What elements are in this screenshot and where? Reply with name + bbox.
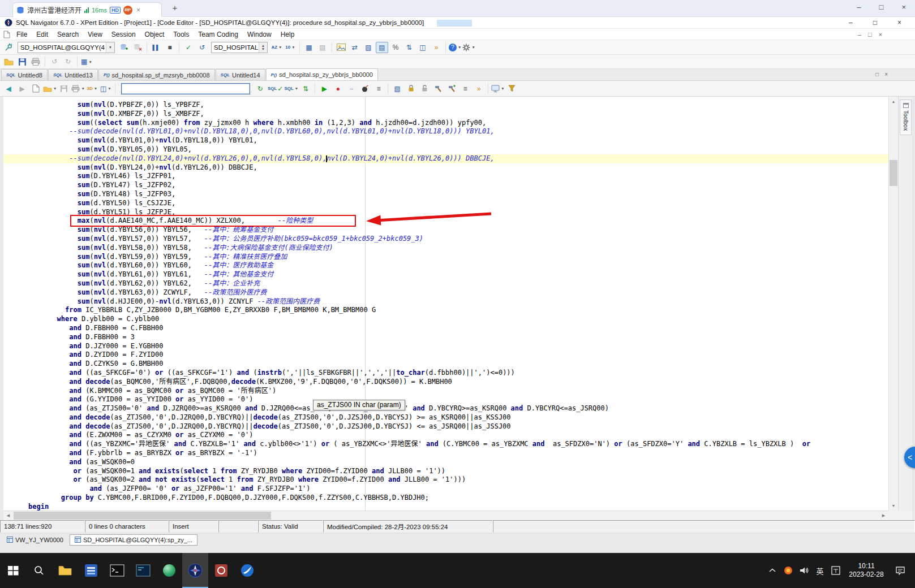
code-line[interactable]: sum(nvl(D.YBYL24,0)+nvl(d.YBYL26,0)) DBB… [3, 163, 888, 172]
code-line[interactable]: sum(nvl(d.YBYL56,0)) YBYL56, --其中：统筹基金支付 [3, 226, 888, 235]
code-editor[interactable]: sum(nvl(D.YPBFZF,0)) ls_YPBFZF, sum(nvl(… [3, 97, 888, 511]
3d-view-button[interactable]: 3D▼ [86, 83, 98, 94]
hidden-icons-button[interactable] [764, 568, 780, 573]
tab-close-button[interactable]: × [884, 71, 888, 77]
taskbar-sphere-app-button[interactable] [156, 553, 182, 588]
commit-button[interactable]: ✓ [182, 42, 195, 53]
code-line[interactable]: and (F.ybbrlb = as_BRYBZX or as_BRYBZX =… [3, 449, 888, 458]
menu-item[interactable]: View [83, 31, 107, 38]
save-document-button[interactable] [58, 83, 70, 94]
taskbar-console2-button[interactable] [130, 553, 156, 588]
scroll-up-icon[interactable]: ▲ [889, 97, 898, 106]
document-tab[interactable]: P() sd_hospital.sp_sf_mzsryb_rbb0008 [98, 69, 215, 80]
check-syntax-button[interactable]: SQL✓ [268, 83, 283, 94]
taskbar-blue-app-button[interactable] [234, 553, 260, 588]
browser-minimize-button[interactable]: – [857, 3, 861, 11]
output-window-button[interactable]: ▼ [491, 83, 504, 94]
code-line[interactable]: sum(D.YBYL48) ls_JZFP03, [3, 190, 888, 199]
code-line[interactable]: sum(nvl(D.XMBFZF,0)) ls_XMBFZF, [3, 110, 888, 119]
code-line[interactable]: and (G.YYID00 = as_YYID00 or as_YYID00 =… [3, 395, 888, 404]
print-preview-button[interactable]: ▼ [71, 83, 84, 94]
taskbar-database-app-button[interactable] [78, 553, 104, 588]
taskbar-file-explorer-button[interactable] [52, 553, 78, 588]
code-line[interactable]: sum(nvl(d.YBYL57,0)) YBYL57, --其中：公务员医疗补… [3, 235, 888, 244]
code-line[interactable]: and (K.BMMC00 = as_BQMC00 or as_BQMC00 =… [3, 387, 888, 396]
schema-combo[interactable]: SD_HOSPITAL ▲▼ [211, 42, 268, 53]
ime-language-indicator[interactable]: 英 [812, 565, 828, 576]
navigate-back-button[interactable]: ◀ [2, 83, 15, 94]
new-tab-button[interactable]: + [169, 3, 181, 12]
scroll-right-icon[interactable]: ▶ [879, 511, 888, 520]
action-center-button[interactable] [889, 566, 912, 575]
code-line[interactable]: sum(nvl(d.YBYL58,0)) YBYL58, --其中:大病保险基金… [3, 244, 888, 253]
code-line[interactable]: --sum(decode(nvl(d.YBYL01,0)+nvl(D.YBYL1… [3, 127, 888, 136]
link-button[interactable]: ⇄ [349, 42, 361, 53]
breakpoints-button[interactable]: ≡ [372, 83, 385, 94]
split-view-button[interactable]: ◫ [416, 42, 429, 53]
horizontal-scrollbar[interactable]: ◀ ▶ [3, 511, 888, 520]
print-button[interactable] [29, 56, 42, 67]
edit-grid-button[interactable]: ▤ [316, 42, 329, 53]
optimize-sql-button[interactable]: SQL▼ [284, 83, 298, 94]
help-button[interactable]: ?▼ [449, 42, 461, 53]
code-line[interactable]: and (as_ZTJS00='0' and D.JZRQ00>=as_KSRQ… [3, 404, 888, 413]
new-session-button[interactable] [118, 42, 130, 53]
open-file-button[interactable] [2, 56, 15, 67]
stop-execution-button[interactable]: ● [332, 83, 344, 94]
open-session-button[interactable] [2, 42, 15, 53]
rollback-button[interactable]: ↺ [196, 42, 208, 53]
document-tab[interactable]: P() sd_hospital.sp_zy_ybbrjs_bb0000 [266, 68, 378, 80]
open-document-button[interactable]: ▼ [43, 83, 57, 94]
menu-item[interactable]: Tools [169, 31, 194, 38]
redo-button[interactable]: ↻ [62, 56, 74, 67]
taskbar-console-button[interactable] [104, 553, 130, 588]
browser-maximize-button[interactable]: □ [879, 3, 884, 11]
code-line[interactable]: sum(D.YBYL47) ls_JZFP02, [3, 181, 888, 190]
document-tab[interactable]: SQL Untitled8 [1, 69, 48, 80]
execute-script-button[interactable]: » [430, 42, 443, 53]
navigate-forward-button[interactable]: ▶ [16, 83, 28, 94]
menu-item[interactable]: File [12, 31, 32, 38]
code-line[interactable]: --sum(decode(nvl(D.YBYL24,0)+nvl(d.YBYL2… [3, 154, 888, 163]
comment-button[interactable]: -- [345, 83, 358, 94]
save-button[interactable] [16, 56, 28, 67]
code-line[interactable]: and D.FBBH00 = C.FBBH00 [3, 324, 888, 333]
undo-button[interactable]: ↺ [48, 56, 61, 67]
window-tab[interactable]: SD_HOSPITAL@GLGQYY(4):sp_zy_... [70, 534, 197, 546]
code-line[interactable]: from IC_YBBRLB C,ZY_JZB000 D,BM_YGBM00 E… [3, 306, 888, 315]
menu-item[interactable]: Object [140, 31, 169, 38]
browser-close-button[interactable]: × [901, 3, 906, 11]
menu-item[interactable]: Search [53, 31, 83, 38]
close-tab-icon[interactable]: × [136, 6, 140, 14]
volume-button[interactable] [796, 566, 812, 575]
run-script-button[interactable]: » [472, 83, 485, 94]
menu-item[interactable]: Edit [32, 31, 53, 38]
mdi-close-button[interactable]: × [879, 31, 882, 38]
start-button[interactable] [0, 553, 26, 588]
binary-view-button[interactable]: 10▼ [284, 42, 297, 53]
code-line[interactable]: and decode(as_BQMC00,'所有病区',F.DQBQ00,dec… [3, 378, 888, 387]
outline-button[interactable]: ≡ [459, 83, 471, 94]
schema-spinner[interactable]: ▲▼ [259, 42, 267, 53]
menu-item[interactable]: Window [243, 31, 276, 38]
tab-list-button[interactable]: □ [875, 71, 879, 77]
code-line[interactable]: sum(d.YBYL50) ls_CSJZJE, [3, 199, 888, 208]
window-tab[interactable]: VW_YJ_YW0000 [2, 534, 68, 546]
code-line[interactable]: and D.ZYID00 = F.ZYID00 [3, 351, 888, 360]
new-document-button[interactable] [29, 83, 42, 94]
document-tab[interactable]: SQL Untitled14 [216, 69, 265, 80]
code-line[interactable]: and decode(as_ZTJS00,'0',D.JZRQ00,D.YBCY… [3, 422, 888, 431]
code-line[interactable]: and ((as_YBZXMC='异地医保' and C.YBZXLB='1' … [3, 440, 888, 449]
code-line[interactable]: and (as_JZFP00= '0' or as_JZFP00='1' and… [3, 485, 888, 494]
open-object-button[interactable]: ▧ [362, 42, 375, 53]
lock-button[interactable] [405, 83, 417, 94]
connection-dropdown-icon[interactable]: ▼ [106, 42, 114, 53]
menu-item[interactable]: Help [276, 31, 299, 38]
code-line[interactable]: sum(nvl(d.YBYL01,0)+nvl(D.YBYL18,0)) YBY… [3, 136, 888, 145]
rp-badge[interactable]: RP [123, 6, 132, 15]
taskbar-red-app-button[interactable] [208, 553, 234, 588]
window-minimize-button[interactable]: – [849, 19, 853, 27]
mdi-minimize-button[interactable]: – [858, 31, 861, 38]
pause-button[interactable]: ▌▌ [150, 42, 162, 53]
code-line[interactable]: sum(D.YBYL46) ls_JZFP01, [3, 172, 888, 181]
